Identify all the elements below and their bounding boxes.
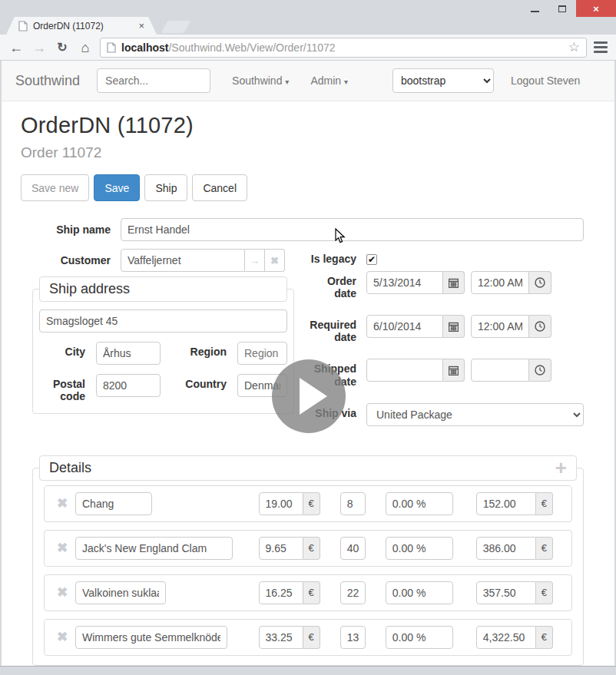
- product-input[interactable]: [75, 537, 233, 560]
- shipped-date-input[interactable]: [366, 359, 443, 382]
- back-icon[interactable]: ←: [8, 41, 25, 55]
- ship-address-fieldset: Ship address City Region Postal code Cou…: [32, 289, 294, 414]
- remove-row-icon[interactable]: ✖: [49, 584, 75, 601]
- url-path: /Southwind.Web/View/Order/11072: [168, 41, 335, 54]
- is-legacy-label: Is legacy: [306, 249, 366, 265]
- subtotal-input[interactable]: [476, 492, 536, 515]
- shipped-time-input[interactable]: [471, 359, 529, 382]
- url-text: localhost/Southwind.Web/View/Order/11072: [121, 41, 563, 54]
- customer-row: Customer → ✖: [21, 249, 294, 272]
- order-time-input[interactable]: [471, 271, 529, 294]
- search-input[interactable]: [97, 68, 210, 93]
- discount-input[interactable]: [386, 581, 453, 604]
- page-content: Southwind Southwind ▾ Admin ▾ bootstrap …: [2, 61, 614, 666]
- save-new-button[interactable]: Save new: [21, 174, 89, 201]
- window-maximize-button[interactable]: [548, 0, 576, 17]
- shipped-time-group: [471, 359, 551, 382]
- menu-admin[interactable]: Admin ▾: [310, 74, 348, 87]
- shipped-date-row: Shipped date: [306, 359, 584, 387]
- currency-addon: €: [536, 626, 553, 649]
- order-date-input[interactable]: [366, 271, 443, 294]
- unit-price-input[interactable]: [259, 537, 303, 560]
- browser-tab[interactable]: OrderDN (11072) ×: [6, 17, 157, 35]
- region-label: Region: [171, 342, 227, 358]
- clock-icon[interactable]: [529, 271, 551, 294]
- order-date-row: Order date: [306, 271, 584, 299]
- currency-addon: €: [303, 492, 320, 515]
- currency-addon: €: [303, 581, 320, 604]
- ship-via-select[interactable]: United Package: [366, 403, 584, 426]
- product-input[interactable]: [75, 581, 166, 604]
- unit-price-input[interactable]: [259, 492, 303, 515]
- remove-row-icon[interactable]: ✖: [49, 540, 75, 556]
- customer-remove-button[interactable]: ✖: [265, 249, 285, 272]
- page-subtitle: Order 11072: [21, 144, 584, 161]
- app-navbar: Southwind Southwind ▾ Admin ▾ bootstrap …: [2, 61, 614, 101]
- save-button[interactable]: Save: [94, 174, 140, 201]
- subtotal-input[interactable]: [476, 581, 536, 604]
- new-tab-button[interactable]: [161, 21, 191, 33]
- subtotal-input[interactable]: [476, 537, 536, 560]
- window-titlebar: ×: [0, 0, 616, 17]
- postal-code-input[interactable]: [96, 374, 161, 397]
- forward-icon[interactable]: →: [31, 41, 48, 55]
- page-title: OrderDN (11072): [21, 113, 584, 138]
- product-input[interactable]: [75, 492, 152, 515]
- unit-price-input[interactable]: [259, 581, 303, 604]
- cancel-button[interactable]: Cancel: [192, 174, 247, 201]
- window-minimize-button[interactable]: [521, 0, 548, 17]
- customer-go-button[interactable]: →: [245, 249, 265, 272]
- customer-input[interactable]: [121, 249, 245, 272]
- home-icon[interactable]: ⌂: [77, 41, 94, 55]
- city-input[interactable]: [96, 342, 161, 365]
- discount-input[interactable]: [386, 626, 453, 649]
- ship-via-row: Ship via United Package: [306, 403, 584, 426]
- required-date-input[interactable]: [366, 315, 443, 338]
- discount-input[interactable]: [386, 492, 453, 515]
- address-input[interactable]: [39, 309, 287, 333]
- quantity-input[interactable]: [340, 581, 366, 604]
- page-icon: [18, 21, 28, 31]
- discount-input[interactable]: [386, 537, 453, 560]
- video-play-button[interactable]: [272, 359, 346, 433]
- required-time-input[interactable]: [471, 315, 529, 338]
- remove-row-icon[interactable]: ✖: [49, 495, 75, 511]
- url-bar[interactable]: localhost/Southwind.Web/View/Order/11072…: [100, 38, 587, 58]
- ship-name-label: Ship name: [21, 223, 121, 236]
- is-legacy-checkbox[interactable]: ✔: [366, 254, 377, 265]
- tab-title: OrderDN (11072): [33, 21, 133, 31]
- quantity-input[interactable]: [340, 537, 366, 560]
- window-close-button[interactable]: ×: [576, 0, 616, 17]
- reload-icon[interactable]: ↻: [54, 41, 71, 54]
- add-detail-button[interactable]: +: [555, 458, 567, 478]
- quantity-input[interactable]: [340, 492, 366, 515]
- product-input[interactable]: [75, 626, 227, 649]
- quantity-input[interactable]: [340, 626, 366, 649]
- tab-close-icon[interactable]: ×: [138, 21, 144, 31]
- remove-row-icon[interactable]: ✖: [49, 629, 75, 645]
- detail-row: ✖ € €: [44, 485, 572, 522]
- shipped-date-group: [366, 359, 465, 382]
- calendar-icon[interactable]: [443, 359, 465, 382]
- browser-menu-icon[interactable]: [593, 41, 608, 53]
- logout-link[interactable]: Logout Steven: [511, 74, 580, 87]
- clock-icon[interactable]: [529, 315, 551, 338]
- subtotal-input[interactable]: [476, 626, 536, 649]
- ship-button[interactable]: Ship: [144, 174, 187, 201]
- chevron-down-icon: ▾: [344, 78, 348, 86]
- bookmark-star-icon[interactable]: ☆: [568, 39, 580, 55]
- ship-name-input[interactable]: [121, 218, 584, 241]
- page-icon: [107, 42, 116, 53]
- region-input[interactable]: [237, 342, 287, 365]
- postal-code-label: Postal code: [39, 374, 85, 402]
- menu-southwind[interactable]: Southwind ▾: [232, 74, 289, 87]
- is-legacy-row: Is legacy ✔: [306, 249, 584, 265]
- theme-select[interactable]: bootstrap: [392, 68, 494, 93]
- unit-price-input[interactable]: [259, 626, 303, 649]
- calendar-icon[interactable]: [443, 271, 465, 294]
- calendar-icon[interactable]: [443, 315, 465, 338]
- brand[interactable]: Southwind: [15, 73, 80, 89]
- clock-icon[interactable]: [529, 359, 551, 382]
- check-icon: ✔: [368, 254, 376, 265]
- currency-addon: €: [536, 581, 553, 604]
